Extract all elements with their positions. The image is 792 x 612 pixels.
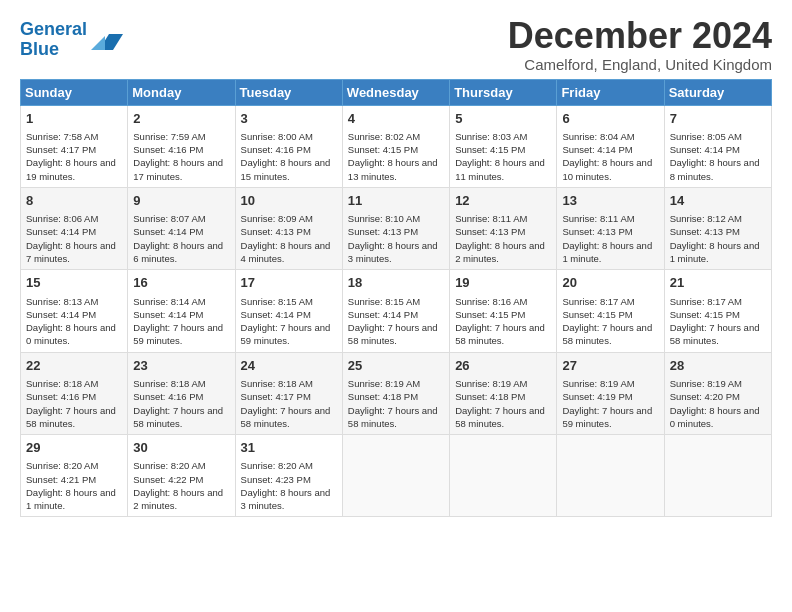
day-cell xyxy=(450,435,557,517)
week-row-3: 15Sunrise: 8:13 AMSunset: 4:14 PMDayligh… xyxy=(21,270,772,352)
day-info: Sunrise: 8:20 AMSunset: 4:23 PMDaylight:… xyxy=(241,459,337,512)
day-cell: 28Sunrise: 8:19 AMSunset: 4:20 PMDayligh… xyxy=(664,352,771,434)
day-number: 19 xyxy=(455,274,551,292)
day-cell: 21Sunrise: 8:17 AMSunset: 4:15 PMDayligh… xyxy=(664,270,771,352)
day-info: Sunrise: 8:16 AMSunset: 4:15 PMDaylight:… xyxy=(455,295,551,348)
day-cell: 5Sunrise: 8:03 AMSunset: 4:15 PMDaylight… xyxy=(450,105,557,187)
title-area: December 2024 Camelford, England, United… xyxy=(508,16,772,73)
day-info: Sunrise: 8:10 AMSunset: 4:13 PMDaylight:… xyxy=(348,212,444,265)
day-number: 6 xyxy=(562,110,658,128)
header-sunday: Sunday xyxy=(21,79,128,105)
day-info: Sunrise: 8:17 AMSunset: 4:15 PMDaylight:… xyxy=(670,295,766,348)
location: Camelford, England, United Kingdom xyxy=(508,56,772,73)
day-cell: 7Sunrise: 8:05 AMSunset: 4:14 PMDaylight… xyxy=(664,105,771,187)
day-cell: 9Sunrise: 8:07 AMSunset: 4:14 PMDaylight… xyxy=(128,187,235,269)
day-cell: 22Sunrise: 8:18 AMSunset: 4:16 PMDayligh… xyxy=(21,352,128,434)
day-info: Sunrise: 8:04 AMSunset: 4:14 PMDaylight:… xyxy=(562,130,658,183)
day-number: 9 xyxy=(133,192,229,210)
day-number: 8 xyxy=(26,192,122,210)
day-cell: 15Sunrise: 8:13 AMSunset: 4:14 PMDayligh… xyxy=(21,270,128,352)
day-info: Sunrise: 8:05 AMSunset: 4:14 PMDaylight:… xyxy=(670,130,766,183)
day-number: 7 xyxy=(670,110,766,128)
day-info: Sunrise: 8:13 AMSunset: 4:14 PMDaylight:… xyxy=(26,295,122,348)
day-cell: 26Sunrise: 8:19 AMSunset: 4:18 PMDayligh… xyxy=(450,352,557,434)
day-cell: 1Sunrise: 7:58 AMSunset: 4:17 PMDaylight… xyxy=(21,105,128,187)
day-info: Sunrise: 8:18 AMSunset: 4:17 PMDaylight:… xyxy=(241,377,337,430)
header-saturday: Saturday xyxy=(664,79,771,105)
day-number: 31 xyxy=(241,439,337,457)
day-info: Sunrise: 8:07 AMSunset: 4:14 PMDaylight:… xyxy=(133,212,229,265)
header-wednesday: Wednesday xyxy=(342,79,449,105)
day-cell: 24Sunrise: 8:18 AMSunset: 4:17 PMDayligh… xyxy=(235,352,342,434)
day-number: 11 xyxy=(348,192,444,210)
week-row-1: 1Sunrise: 7:58 AMSunset: 4:17 PMDaylight… xyxy=(21,105,772,187)
logo-general: General xyxy=(20,19,87,39)
day-cell: 13Sunrise: 8:11 AMSunset: 4:13 PMDayligh… xyxy=(557,187,664,269)
day-info: Sunrise: 8:02 AMSunset: 4:15 PMDaylight:… xyxy=(348,130,444,183)
header-tuesday: Tuesday xyxy=(235,79,342,105)
day-info: Sunrise: 8:19 AMSunset: 4:18 PMDaylight:… xyxy=(455,377,551,430)
day-info: Sunrise: 8:09 AMSunset: 4:13 PMDaylight:… xyxy=(241,212,337,265)
logo: General Blue xyxy=(20,20,123,60)
day-info: Sunrise: 8:19 AMSunset: 4:20 PMDaylight:… xyxy=(670,377,766,430)
day-number: 17 xyxy=(241,274,337,292)
month-title: December 2024 xyxy=(508,16,772,56)
day-info: Sunrise: 8:18 AMSunset: 4:16 PMDaylight:… xyxy=(26,377,122,430)
header-friday: Friday xyxy=(557,79,664,105)
day-number: 25 xyxy=(348,357,444,375)
day-number: 21 xyxy=(670,274,766,292)
day-number: 26 xyxy=(455,357,551,375)
day-info: Sunrise: 7:58 AMSunset: 4:17 PMDaylight:… xyxy=(26,130,122,183)
day-info: Sunrise: 8:00 AMSunset: 4:16 PMDaylight:… xyxy=(241,130,337,183)
day-cell: 3Sunrise: 8:00 AMSunset: 4:16 PMDaylight… xyxy=(235,105,342,187)
day-cell: 19Sunrise: 8:16 AMSunset: 4:15 PMDayligh… xyxy=(450,270,557,352)
day-info: Sunrise: 8:15 AMSunset: 4:14 PMDaylight:… xyxy=(348,295,444,348)
day-number: 18 xyxy=(348,274,444,292)
day-cell: 14Sunrise: 8:12 AMSunset: 4:13 PMDayligh… xyxy=(664,187,771,269)
day-info: Sunrise: 8:17 AMSunset: 4:15 PMDaylight:… xyxy=(562,295,658,348)
day-cell: 29Sunrise: 8:20 AMSunset: 4:21 PMDayligh… xyxy=(21,435,128,517)
day-cell xyxy=(557,435,664,517)
day-number: 15 xyxy=(26,274,122,292)
day-info: Sunrise: 8:15 AMSunset: 4:14 PMDaylight:… xyxy=(241,295,337,348)
day-cell: 18Sunrise: 8:15 AMSunset: 4:14 PMDayligh… xyxy=(342,270,449,352)
day-cell: 10Sunrise: 8:09 AMSunset: 4:13 PMDayligh… xyxy=(235,187,342,269)
svg-marker-1 xyxy=(91,36,105,50)
day-info: Sunrise: 8:11 AMSunset: 4:13 PMDaylight:… xyxy=(562,212,658,265)
week-row-5: 29Sunrise: 8:20 AMSunset: 4:21 PMDayligh… xyxy=(21,435,772,517)
day-cell: 23Sunrise: 8:18 AMSunset: 4:16 PMDayligh… xyxy=(128,352,235,434)
day-info: Sunrise: 8:14 AMSunset: 4:14 PMDaylight:… xyxy=(133,295,229,348)
day-cell: 8Sunrise: 8:06 AMSunset: 4:14 PMDaylight… xyxy=(21,187,128,269)
day-number: 5 xyxy=(455,110,551,128)
day-info: Sunrise: 7:59 AMSunset: 4:16 PMDaylight:… xyxy=(133,130,229,183)
day-cell: 2Sunrise: 7:59 AMSunset: 4:16 PMDaylight… xyxy=(128,105,235,187)
day-number: 2 xyxy=(133,110,229,128)
day-info: Sunrise: 8:19 AMSunset: 4:18 PMDaylight:… xyxy=(348,377,444,430)
header-monday: Monday xyxy=(128,79,235,105)
day-info: Sunrise: 8:19 AMSunset: 4:19 PMDaylight:… xyxy=(562,377,658,430)
calendar-table: SundayMondayTuesdayWednesdayThursdayFrid… xyxy=(20,79,772,518)
day-info: Sunrise: 8:06 AMSunset: 4:14 PMDaylight:… xyxy=(26,212,122,265)
day-cell xyxy=(342,435,449,517)
day-number: 27 xyxy=(562,357,658,375)
day-cell: 16Sunrise: 8:14 AMSunset: 4:14 PMDayligh… xyxy=(128,270,235,352)
day-number: 30 xyxy=(133,439,229,457)
day-cell: 17Sunrise: 8:15 AMSunset: 4:14 PMDayligh… xyxy=(235,270,342,352)
day-number: 12 xyxy=(455,192,551,210)
day-number: 20 xyxy=(562,274,658,292)
day-number: 23 xyxy=(133,357,229,375)
day-cell: 31Sunrise: 8:20 AMSunset: 4:23 PMDayligh… xyxy=(235,435,342,517)
day-number: 14 xyxy=(670,192,766,210)
day-info: Sunrise: 8:03 AMSunset: 4:15 PMDaylight:… xyxy=(455,130,551,183)
day-number: 29 xyxy=(26,439,122,457)
week-row-2: 8Sunrise: 8:06 AMSunset: 4:14 PMDaylight… xyxy=(21,187,772,269)
day-number: 22 xyxy=(26,357,122,375)
logo-icon xyxy=(91,26,123,54)
header: General Blue December 2024 Camelford, En… xyxy=(20,16,772,73)
day-number: 24 xyxy=(241,357,337,375)
day-number: 13 xyxy=(562,192,658,210)
calendar-header-row: SundayMondayTuesdayWednesdayThursdayFrid… xyxy=(21,79,772,105)
day-info: Sunrise: 8:18 AMSunset: 4:16 PMDaylight:… xyxy=(133,377,229,430)
day-info: Sunrise: 8:20 AMSunset: 4:21 PMDaylight:… xyxy=(26,459,122,512)
day-cell: 20Sunrise: 8:17 AMSunset: 4:15 PMDayligh… xyxy=(557,270,664,352)
